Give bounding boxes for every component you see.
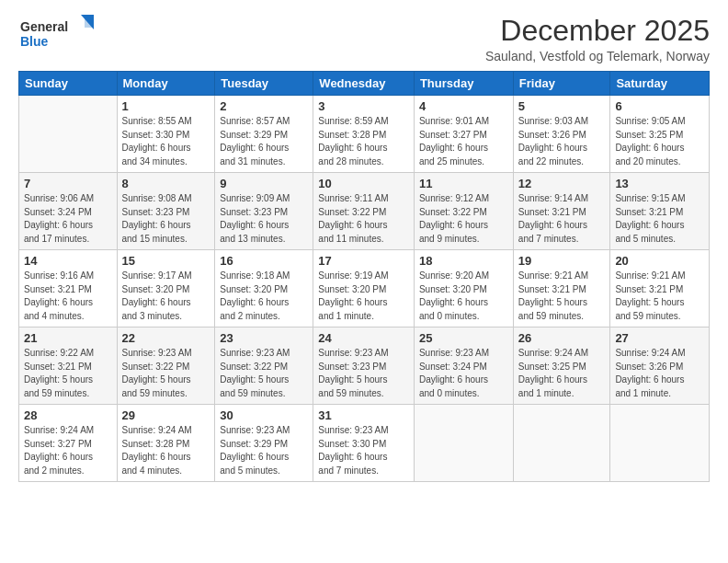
- calendar-cell: 21Sunrise: 9:22 AM Sunset: 3:21 PM Dayli…: [19, 327, 118, 405]
- calendar-cell: 14Sunrise: 9:16 AM Sunset: 3:21 PM Dayli…: [19, 250, 118, 327]
- day-info: Sunrise: 9:16 AM Sunset: 3:21 PM Dayligh…: [24, 270, 112, 323]
- day-number: 28: [24, 408, 112, 422]
- day-info: Sunrise: 9:01 AM Sunset: 3:27 PM Dayligh…: [419, 115, 508, 168]
- day-number: 26: [518, 331, 606, 345]
- calendar-cell: 11Sunrise: 9:12 AM Sunset: 3:22 PM Dayli…: [414, 173, 513, 250]
- day-number: 1: [122, 99, 210, 113]
- day-number: 14: [24, 254, 112, 268]
- day-info: Sunrise: 9:20 AM Sunset: 3:20 PM Dayligh…: [419, 270, 508, 323]
- day-number: 15: [122, 254, 210, 268]
- day-info: Sunrise: 9:24 AM Sunset: 3:28 PM Dayligh…: [122, 424, 210, 477]
- day-number: 8: [122, 177, 210, 190]
- logo-svg: General Blue: [18, 15, 101, 53]
- calendar-cell: 19Sunrise: 9:21 AM Sunset: 3:21 PM Dayli…: [513, 250, 610, 327]
- day-number: 17: [318, 254, 409, 268]
- calendar-header-row: Sunday Monday Tuesday Wednesday Thursday…: [19, 72, 710, 96]
- day-info: Sunrise: 9:11 AM Sunset: 3:22 PM Dayligh…: [318, 192, 409, 246]
- day-number: 9: [220, 177, 308, 190]
- calendar-cell: 16Sunrise: 9:18 AM Sunset: 3:20 PM Dayli…: [215, 250, 313, 327]
- day-number: 3: [318, 99, 409, 113]
- day-number: 31: [318, 408, 409, 422]
- col-wednesday: Wednesday: [313, 72, 415, 96]
- day-info: Sunrise: 9:21 AM Sunset: 3:21 PM Dayligh…: [615, 270, 704, 323]
- calendar-cell: 18Sunrise: 9:20 AM Sunset: 3:20 PM Dayli…: [414, 250, 513, 327]
- calendar-cell: 10Sunrise: 9:11 AM Sunset: 3:22 PM Dayli…: [313, 173, 415, 250]
- calendar-cell: 26Sunrise: 9:24 AM Sunset: 3:25 PM Dayli…: [513, 327, 610, 405]
- day-info: Sunrise: 9:24 AM Sunset: 3:27 PM Dayligh…: [24, 424, 112, 477]
- calendar-table: Sunday Monday Tuesday Wednesday Thursday…: [18, 71, 710, 482]
- calendar-cell: 25Sunrise: 9:23 AM Sunset: 3:24 PM Dayli…: [414, 327, 513, 405]
- day-info: Sunrise: 9:09 AM Sunset: 3:23 PM Dayligh…: [220, 192, 308, 246]
- day-info: Sunrise: 9:14 AM Sunset: 3:21 PM Dayligh…: [518, 192, 606, 246]
- calendar-cell: [610, 405, 710, 482]
- calendar-cell: 31Sunrise: 9:23 AM Sunset: 3:30 PM Dayli…: [313, 405, 415, 482]
- day-number: 21: [24, 331, 112, 345]
- calendar-cell: 9Sunrise: 9:09 AM Sunset: 3:23 PM Daylig…: [215, 173, 313, 250]
- calendar-cell: 8Sunrise: 9:08 AM Sunset: 3:23 PM Daylig…: [117, 173, 215, 250]
- title-area: December 2025 Sauland, Vestfold og Telem…: [485, 15, 710, 63]
- calendar-cell: 30Sunrise: 9:23 AM Sunset: 3:29 PM Dayli…: [215, 405, 313, 482]
- day-info: Sunrise: 9:23 AM Sunset: 3:22 PM Dayligh…: [220, 347, 308, 400]
- calendar-week-5: 28Sunrise: 9:24 AM Sunset: 3:27 PM Dayli…: [19, 405, 710, 482]
- day-info: Sunrise: 9:17 AM Sunset: 3:20 PM Dayligh…: [122, 270, 210, 323]
- calendar-cell: 6Sunrise: 9:05 AM Sunset: 3:25 PM Daylig…: [610, 96, 710, 173]
- day-number: 25: [419, 331, 508, 345]
- day-number: 18: [419, 254, 508, 268]
- calendar-cell: 13Sunrise: 9:15 AM Sunset: 3:21 PM Dayli…: [610, 173, 710, 250]
- calendar-week-4: 21Sunrise: 9:22 AM Sunset: 3:21 PM Dayli…: [19, 327, 710, 405]
- day-info: Sunrise: 8:57 AM Sunset: 3:29 PM Dayligh…: [220, 115, 308, 168]
- day-info: Sunrise: 9:23 AM Sunset: 3:29 PM Dayligh…: [220, 424, 308, 477]
- col-monday: Monday: [117, 72, 215, 96]
- day-info: Sunrise: 9:22 AM Sunset: 3:21 PM Dayligh…: [24, 347, 112, 400]
- col-saturday: Saturday: [610, 72, 710, 96]
- day-number: 16: [220, 254, 308, 268]
- calendar-week-2: 7Sunrise: 9:06 AM Sunset: 3:24 PM Daylig…: [19, 173, 710, 250]
- subtitle: Sauland, Vestfold og Telemark, Norway: [485, 49, 710, 63]
- day-info: Sunrise: 9:24 AM Sunset: 3:26 PM Dayligh…: [615, 347, 704, 400]
- calendar-cell: 4Sunrise: 9:01 AM Sunset: 3:27 PM Daylig…: [414, 96, 513, 173]
- calendar-cell: 22Sunrise: 9:23 AM Sunset: 3:22 PM Dayli…: [117, 327, 215, 405]
- month-title: December 2025: [485, 15, 710, 47]
- day-number: 6: [615, 99, 704, 113]
- day-info: Sunrise: 8:59 AM Sunset: 3:28 PM Dayligh…: [318, 115, 409, 168]
- day-number: 27: [615, 331, 704, 345]
- calendar-cell: 24Sunrise: 9:23 AM Sunset: 3:23 PM Dayli…: [313, 327, 415, 405]
- logo: General Blue: [18, 15, 101, 57]
- day-info: Sunrise: 9:24 AM Sunset: 3:25 PM Dayligh…: [518, 347, 606, 400]
- day-info: Sunrise: 9:05 AM Sunset: 3:25 PM Dayligh…: [615, 115, 704, 168]
- calendar-cell: [19, 96, 118, 173]
- day-number: 20: [615, 254, 704, 268]
- day-number: 7: [24, 177, 112, 190]
- day-info: Sunrise: 9:21 AM Sunset: 3:21 PM Dayligh…: [518, 270, 606, 323]
- day-info: Sunrise: 9:23 AM Sunset: 3:22 PM Dayligh…: [122, 347, 210, 400]
- col-thursday: Thursday: [414, 72, 513, 96]
- day-info: Sunrise: 9:06 AM Sunset: 3:24 PM Dayligh…: [24, 192, 112, 246]
- calendar-cell: 15Sunrise: 9:17 AM Sunset: 3:20 PM Dayli…: [117, 250, 215, 327]
- day-number: 29: [122, 408, 210, 422]
- header: General Blue December 2025 Sauland, Vest…: [18, 15, 710, 63]
- day-info: Sunrise: 9:18 AM Sunset: 3:20 PM Dayligh…: [220, 270, 308, 323]
- day-number: 11: [419, 177, 508, 190]
- day-number: 30: [220, 408, 308, 422]
- calendar-cell: 1Sunrise: 8:55 AM Sunset: 3:30 PM Daylig…: [117, 96, 215, 173]
- calendar-cell: 2Sunrise: 8:57 AM Sunset: 3:29 PM Daylig…: [215, 96, 313, 173]
- col-tuesday: Tuesday: [215, 72, 313, 96]
- calendar-cell: 12Sunrise: 9:14 AM Sunset: 3:21 PM Dayli…: [513, 173, 610, 250]
- calendar-cell: 27Sunrise: 9:24 AM Sunset: 3:26 PM Dayli…: [610, 327, 710, 405]
- day-number: 2: [220, 99, 308, 113]
- calendar-cell: [513, 405, 610, 482]
- calendar-cell: 17Sunrise: 9:19 AM Sunset: 3:20 PM Dayli…: [313, 250, 415, 327]
- logo-content: General Blue: [18, 15, 101, 57]
- day-number: 10: [318, 177, 409, 190]
- day-info: Sunrise: 9:12 AM Sunset: 3:22 PM Dayligh…: [419, 192, 508, 246]
- day-number: 13: [615, 177, 704, 190]
- day-info: Sunrise: 9:23 AM Sunset: 3:30 PM Dayligh…: [318, 424, 409, 477]
- calendar-cell: 7Sunrise: 9:06 AM Sunset: 3:24 PM Daylig…: [19, 173, 118, 250]
- day-info: Sunrise: 9:08 AM Sunset: 3:23 PM Dayligh…: [122, 192, 210, 246]
- col-friday: Friday: [513, 72, 610, 96]
- calendar-cell: 23Sunrise: 9:23 AM Sunset: 3:22 PM Dayli…: [215, 327, 313, 405]
- calendar-body: 1Sunrise: 8:55 AM Sunset: 3:30 PM Daylig…: [19, 96, 710, 482]
- calendar-cell: 20Sunrise: 9:21 AM Sunset: 3:21 PM Dayli…: [610, 250, 710, 327]
- day-number: 12: [518, 177, 606, 190]
- day-info: Sunrise: 9:15 AM Sunset: 3:21 PM Dayligh…: [615, 192, 704, 246]
